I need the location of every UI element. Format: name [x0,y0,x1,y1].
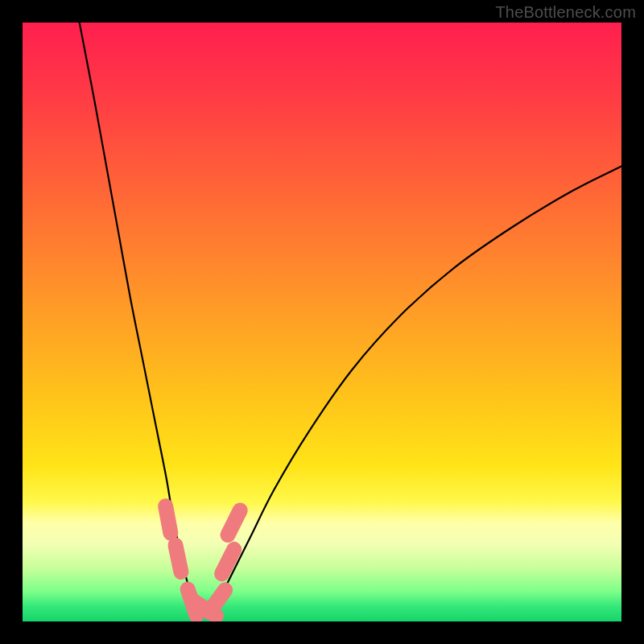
chart-frame: TheBottleneck.com [0,0,644,644]
bottleneck-curve [80,23,621,615]
curve-layer [23,23,621,621]
marker-left-lower [175,545,181,572]
watermark-text: TheBottleneck.com [495,3,636,22]
marker-bottom-3 [209,590,225,613]
marker-left-upper [166,506,171,533]
plot-area [23,23,621,621]
marker-right-lower [222,549,234,573]
marker-right-upper [228,510,240,535]
